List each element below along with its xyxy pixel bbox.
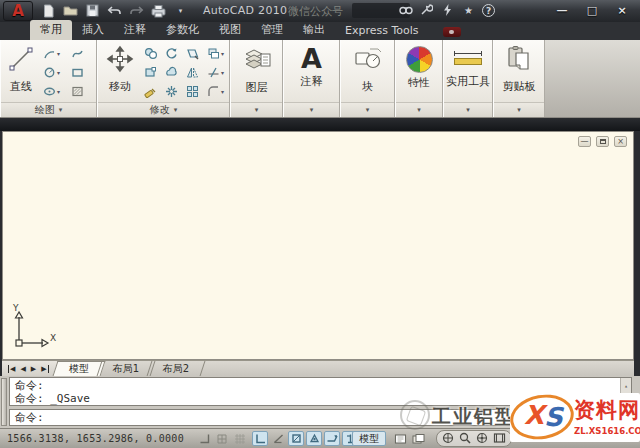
fillet-button[interactable]: ▾ <box>207 82 228 101</box>
chevron-down-icon: ▾ <box>221 88 224 95</box>
window-controls: — □ × <box>552 2 632 18</box>
panel-expand-icon: ▾ <box>174 106 178 114</box>
previous-tab-button[interactable]: ◀ <box>20 365 25 373</box>
annotation-button[interactable]: A 注释 <box>284 45 339 89</box>
object-snap-tracking-button[interactable] <box>324 431 340 446</box>
ortho-mode-button[interactable] <box>252 431 268 446</box>
infer-constraints-button[interactable] <box>196 431 212 446</box>
chevron-down-icon: ▾ <box>57 88 60 95</box>
measure-button[interactable]: 实用工具 <box>444 48 492 89</box>
object-snap-button[interactable] <box>288 431 304 446</box>
tab-home[interactable]: 常用 <box>30 20 72 40</box>
rectangle-button[interactable] <box>71 63 95 82</box>
panel-layers: 图层 ▾ <box>230 40 283 117</box>
command-input[interactable]: 命令: <box>9 409 632 426</box>
new-button[interactable] <box>40 2 57 19</box>
next-tab-button[interactable]: ▶ <box>31 365 36 373</box>
tab-view[interactable]: 视图 <box>209 20 251 40</box>
drawing-close-button[interactable]: × <box>614 136 627 147</box>
qat-dropdown-button[interactable]: ▾ <box>172 2 189 19</box>
maximize-button[interactable]: □ <box>582 2 602 18</box>
tab-express-tools[interactable]: Express Tools <box>335 22 429 40</box>
trim-button[interactable] <box>186 44 207 63</box>
utilities-panel-footer[interactable]: ▾ <box>444 102 492 117</box>
paste-button[interactable]: 剪贴板 <box>494 45 544 94</box>
open-button[interactable] <box>62 2 79 19</box>
block-button[interactable]: 块 <box>341 46 394 94</box>
circle-button[interactable]: ▾ <box>43 63 71 82</box>
zoom-button[interactable] <box>459 429 471 448</box>
command-scrollbar[interactable]: ▴ ▾ <box>620 378 631 405</box>
plot-button[interactable] <box>150 2 167 19</box>
snap-mode-button[interactable] <box>214 431 230 446</box>
array-button[interactable] <box>186 82 207 101</box>
window-title: AutoCAD 2010 <box>203 4 287 17</box>
mirror-button[interactable] <box>186 63 207 82</box>
search-button[interactable] <box>398 3 413 18</box>
command-line-area: 命令: 命令: _QSave ▴ ▾ 命令: <box>0 376 640 428</box>
erase-button[interactable] <box>144 82 165 101</box>
hatch-button[interactable] <box>71 82 95 101</box>
properties-button[interactable]: 特性 <box>396 46 442 90</box>
autocad-logo-icon: A <box>12 2 24 20</box>
drawing-minimize-button[interactable]: — <box>578 136 591 147</box>
copy-stack-button[interactable]: ▾ <box>207 44 228 63</box>
show-motion-button[interactable] <box>493 429 506 448</box>
break-button[interactable]: ▾ <box>207 63 228 82</box>
minimize-button[interactable]: — <box>552 2 572 18</box>
draw-panel-footer[interactable]: 绘图 ▾ <box>1 102 96 117</box>
tab-layout2[interactable]: 布局2 <box>147 361 206 376</box>
chevron-down-icon: ▾ <box>57 69 60 76</box>
last-tab-button[interactable]: ▶ <box>41 365 48 373</box>
tab-output[interactable]: 输出 <box>293 20 335 40</box>
model-button-label: 模型 <box>359 432 379 446</box>
tab-parametric[interactable]: 参数化 <box>156 20 209 40</box>
communication-center-button[interactable] <box>440 3 455 18</box>
ellipse-button[interactable]: ▾ <box>43 82 71 101</box>
quick-view-layouts-button[interactable] <box>392 431 408 446</box>
clipboard-panel-footer[interactable]: ▾ <box>494 102 544 117</box>
properties-panel-footer[interactable]: ▾ <box>396 102 442 117</box>
stretch-button[interactable] <box>144 63 165 82</box>
block-panel-footer[interactable]: ▾ <box>341 102 394 117</box>
arc-button[interactable]: ▾ <box>43 44 71 63</box>
drawing-canvas[interactable]: — × Y X <box>2 131 634 360</box>
polar-tracking-button[interactable] <box>270 431 286 446</box>
first-tab-button[interactable]: ◀ <box>8 365 15 373</box>
help-button[interactable]: ? <box>482 4 495 17</box>
model-space-button[interactable]: 模型 <box>352 431 386 446</box>
move-button[interactable]: 移动 <box>101 45 139 94</box>
favorites-button[interactable]: ★ <box>461 3 476 18</box>
layers-label: 图层 <box>246 80 268 95</box>
subscription-center-button[interactable] <box>419 3 434 18</box>
tab-annotate[interactable]: 注释 <box>114 20 156 40</box>
redo-button[interactable] <box>128 2 145 19</box>
modify-panel-label: 修改 <box>150 103 170 117</box>
close-button[interactable]: × <box>612 2 632 18</box>
application-menu-button[interactable]: A <box>3 1 33 21</box>
polyline-button[interactable] <box>71 44 95 63</box>
quick-view-drawings-button[interactable] <box>410 431 426 446</box>
tab-insert[interactable]: 插入 <box>72 20 114 40</box>
command-window-grip[interactable] <box>1 378 7 426</box>
layers-button[interactable]: 图层 <box>231 46 282 95</box>
panel-modify: 移动 ▾ ▾ ▾ 修改 ▾ <box>97 40 230 117</box>
copy-button[interactable] <box>144 44 165 63</box>
save-button[interactable] <box>84 2 101 19</box>
3d-object-snap-button[interactable] <box>306 431 322 446</box>
explode-button[interactable] <box>165 82 186 101</box>
pan-button[interactable] <box>442 429 454 448</box>
rotate-button[interactable] <box>165 44 186 63</box>
tab-manage[interactable]: 管理 <box>251 20 293 40</box>
modify-panel-footer[interactable]: 修改 ▾ <box>98 102 229 117</box>
layers-panel-footer[interactable]: ▾ <box>231 102 282 117</box>
text-icon: A <box>301 45 322 72</box>
annotation-panel-footer[interactable]: ▾ <box>284 102 339 117</box>
steering-wheel-button[interactable] <box>476 429 488 448</box>
undo-button[interactable] <box>106 2 123 19</box>
drawing-restore-button[interactable] <box>596 136 609 147</box>
offset-button[interactable] <box>165 63 186 82</box>
grid-display-button[interactable] <box>232 431 248 446</box>
panel-annotation: A 注释 ▾ <box>283 40 340 117</box>
line-button[interactable]: 直线 <box>3 45 39 94</box>
